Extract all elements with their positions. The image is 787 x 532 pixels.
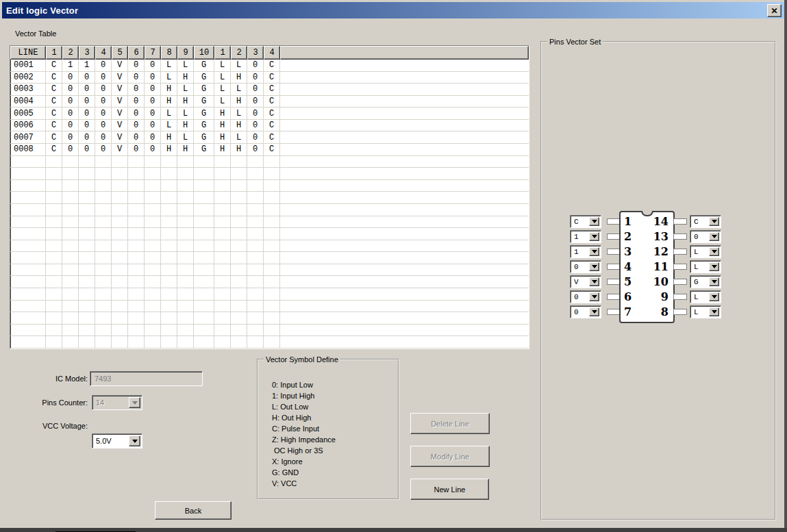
delete-line-button[interactable]: Delete Line (410, 413, 490, 434)
column-header-pin-2[interactable]: 2 (62, 46, 79, 60)
column-header-pin-4[interactable]: 4 (264, 46, 280, 60)
chip-right-pin-numbers: 141312111098 (648, 215, 669, 318)
vector-cell (247, 180, 264, 192)
vector-cell (79, 264, 95, 277)
back-button[interactable]: Back (155, 501, 232, 520)
pin-11-combo[interactable]: L (690, 260, 721, 273)
vector-cell: C (264, 96, 280, 108)
vector-cell (95, 204, 112, 216)
right-pin-combos[interactable]: C0LLGLL (690, 215, 721, 318)
table-row[interactable]: 0001C110V00LLGLL0C (10, 60, 529, 72)
close-button[interactable]: ✕ (767, 4, 782, 17)
column-header-pin-6[interactable]: 6 (128, 46, 145, 60)
pin-7-combo[interactable]: 0 (570, 305, 601, 318)
vector-cell (247, 156, 264, 168)
column-header-pin-3[interactable]: 3 (247, 46, 264, 60)
vector-cell: 0 (128, 84, 145, 96)
pin-12-combo[interactable]: L (690, 245, 721, 258)
pin-13-dropdown-button[interactable] (709, 232, 719, 241)
line-number-cell: 0002 (10, 72, 46, 84)
pin-10-dropdown-button[interactable] (709, 277, 719, 286)
pin-13-combo[interactable]: 0 (690, 230, 721, 243)
vector-cell (46, 252, 62, 264)
pin-14-combo[interactable]: C (690, 215, 721, 228)
vector-cell: 0 (62, 72, 79, 84)
pin-6-dropdown-button[interactable] (589, 292, 599, 301)
table-row[interactable]: 0005C000V00LLGHL0C (10, 107, 529, 120)
ic-model-field[interactable]: 7493 (90, 371, 203, 386)
vector-cell (128, 156, 145, 168)
table-row[interactable]: 0003C000V00HLGLL0C (10, 84, 529, 96)
pin-3-combo[interactable]: 1 (570, 245, 601, 258)
vector-cell: L (214, 72, 231, 84)
vector-cell (145, 192, 161, 204)
pin-8-dropdown-button[interactable] (709, 307, 719, 316)
vector-cell (161, 168, 177, 180)
table-body[interactable]: 0001C110V00LLGLL0C0002C000V00LHGLH0C0003… (10, 60, 529, 349)
table-row[interactable]: 0006C000V00LHGHH0C (10, 120, 529, 132)
pin-10-lead (673, 279, 687, 285)
table-header-row: LINE123456789101234 (10, 46, 529, 60)
vector-cell (264, 252, 280, 264)
pin-11-dropdown-button[interactable] (709, 262, 719, 271)
vector-cell (145, 276, 161, 288)
vector-cell (95, 264, 112, 277)
vcc-voltage-dropdown-button[interactable] (129, 435, 140, 446)
column-header-pin-3[interactable]: 3 (79, 46, 95, 60)
vcc-voltage-combo[interactable]: 5.0V (92, 433, 142, 448)
pin-1-dropdown-button[interactable] (589, 217, 599, 226)
pin-3-dropdown-button[interactable] (589, 247, 599, 256)
pin-2-combo[interactable]: 1 (570, 230, 601, 243)
vector-cell (128, 168, 145, 180)
pin-10-value: G (694, 278, 699, 286)
pin-12-dropdown-button[interactable] (709, 247, 719, 256)
column-header-pin-7[interactable]: 7 (145, 46, 161, 60)
pin-8-combo[interactable]: L (690, 305, 721, 318)
vector-cell (214, 204, 231, 216)
vector-cell (231, 264, 247, 277)
table-row[interactable]: 0002C000V00LHGLH0C (10, 72, 529, 84)
vector-cell: G (194, 107, 214, 120)
column-header-pin-4[interactable]: 4 (95, 46, 112, 60)
vector-cell (177, 180, 194, 192)
vector-table[interactable]: LINE123456789101234 0001C110V00LLGLL0C00… (10, 45, 529, 349)
vector-cell: 0 (247, 96, 264, 108)
modify-line-button[interactable]: Modify Line (410, 446, 490, 467)
pin-14-lead-slot (673, 215, 687, 228)
column-header-pin-5[interactable]: 5 (112, 46, 128, 60)
pin-4-combo[interactable]: 0 (570, 260, 601, 273)
line-number-cell (10, 276, 46, 288)
pin-10-combo[interactable]: G (690, 275, 721, 288)
column-header-pin-8[interactable]: 8 (161, 46, 177, 60)
column-header-pin-1[interactable]: 1 (46, 46, 62, 60)
chevron-down-icon (132, 401, 138, 405)
table-row[interactable]: 0004C000V00HHGLH0C (10, 96, 529, 108)
vector-cell: L (177, 84, 194, 96)
chip-pin-number-2: 2 (624, 230, 645, 243)
pin-2-dropdown-button[interactable] (589, 232, 599, 241)
column-header-pin-1[interactable]: 1 (214, 46, 231, 60)
vector-cell: G (194, 96, 214, 108)
pin-1-combo[interactable]: C (570, 215, 601, 228)
table-row[interactable]: 0007C000V00HLGHL0C (10, 131, 529, 144)
pin-9-dropdown-button[interactable] (709, 292, 719, 301)
pin-4-dropdown-button[interactable] (589, 262, 599, 271)
pin-5-dropdown-button[interactable] (589, 277, 599, 286)
column-header-pin-10[interactable]: 10 (194, 46, 214, 60)
column-header-pin-9[interactable]: 9 (177, 46, 194, 60)
vector-cell (194, 301, 214, 313)
row-filler-cell (280, 120, 529, 132)
pin-14-dropdown-button[interactable] (709, 217, 719, 226)
vector-cell (214, 180, 231, 192)
pin-5-combo[interactable]: V (570, 275, 601, 288)
pin-6-combo[interactable]: 0 (570, 290, 601, 303)
pin-7-dropdown-button[interactable] (589, 307, 599, 316)
column-header-line[interactable]: LINE (10, 46, 46, 60)
column-header-pin-2[interactable]: 2 (231, 46, 247, 60)
new-line-button[interactable]: New Line (410, 479, 489, 500)
pin-9-combo[interactable]: L (690, 290, 721, 303)
vector-cell (231, 228, 247, 240)
table-row[interactable]: 0008C000V00HHGHH0C (10, 144, 529, 156)
left-pin-combos[interactable]: C110V00 (570, 215, 601, 318)
vector-cell: L (214, 96, 231, 108)
